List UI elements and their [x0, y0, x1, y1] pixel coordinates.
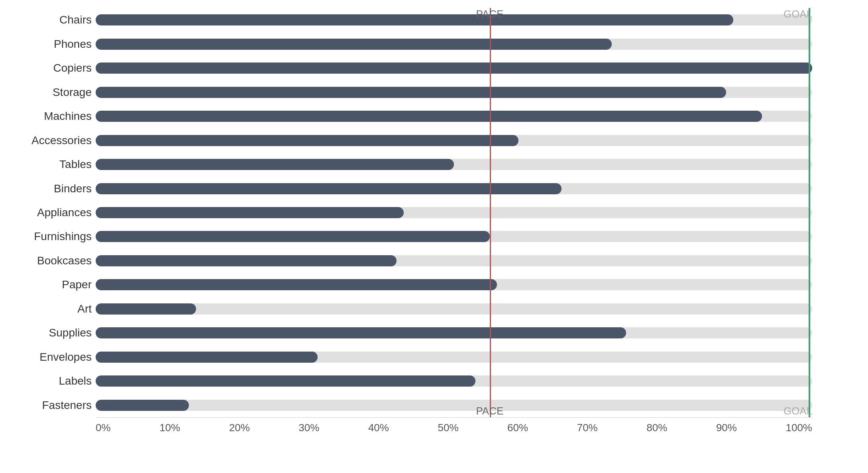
category-label: Machines — [8, 110, 92, 123]
x-tick-5: 50% — [438, 422, 459, 434]
bar-track — [96, 303, 812, 315]
bar-row: Appliances — [96, 201, 812, 225]
category-label: Bookcases — [8, 254, 92, 267]
bar-fill — [96, 183, 562, 194]
x-tick-7: 70% — [577, 422, 598, 434]
bar-row: Art — [96, 297, 812, 321]
bar-fill — [96, 231, 490, 242]
bar-row: Machines — [96, 104, 812, 128]
bar-fill — [96, 111, 762, 122]
x-tick-3: 30% — [298, 422, 319, 434]
bar-fill — [96, 352, 318, 363]
bar-fill — [96, 14, 733, 25]
category-label: Storage — [8, 86, 92, 99]
category-label: Paper — [8, 278, 92, 291]
pace-label-top: PACE — [476, 8, 503, 20]
category-label: Accessories — [8, 134, 92, 147]
bar-fill — [96, 255, 397, 266]
bar-fill — [96, 279, 497, 290]
x-tick-0: 0% — [96, 422, 111, 434]
category-label: Fasteners — [8, 399, 92, 412]
chart-area: ChairsPACEGOALPhonesCopiersStorageMachin… — [8, 8, 844, 441]
bar-track — [96, 255, 812, 266]
category-label: Tables — [8, 158, 92, 171]
bar-row: Tables — [96, 152, 812, 176]
bar-fill — [96, 400, 189, 411]
bar-track — [96, 327, 812, 338]
bar-fill — [96, 87, 726, 98]
bar-track — [96, 231, 812, 242]
bar-row: Envelopes — [96, 345, 812, 369]
category-label: Chairs — [8, 14, 92, 26]
category-label: Art — [8, 303, 92, 315]
bar-row: Accessories — [96, 128, 812, 152]
category-label: Copiers — [8, 62, 92, 74]
x-tick-10: 100% — [786, 422, 812, 434]
goal-label-top: GOAL — [784, 8, 812, 20]
bar-row: Bookcases — [96, 249, 812, 273]
bar-track — [96, 375, 812, 387]
bar-fill — [96, 327, 626, 338]
category-label: Labels — [8, 375, 92, 387]
bar-row: Phones — [96, 32, 812, 56]
x-tick-1: 10% — [159, 422, 180, 434]
x-tick-8: 80% — [646, 422, 667, 434]
x-tick-9: 90% — [716, 422, 737, 434]
x-tick-4: 40% — [368, 422, 389, 434]
bar-track — [96, 39, 812, 50]
bar-track — [96, 14, 812, 25]
bar-fill — [96, 159, 454, 170]
bar-row: Binders — [96, 176, 812, 200]
x-axis: 0%10%20%30%40%50%60%70%80%90%100% — [96, 417, 812, 441]
bar-row: Paper — [96, 273, 812, 297]
bar-track — [96, 352, 812, 363]
bar-row: ChairsPACEGOAL — [96, 8, 812, 32]
rows-container: ChairsPACEGOALPhonesCopiersStorageMachin… — [96, 8, 812, 417]
bar-track — [96, 207, 812, 218]
bar-track — [96, 400, 812, 411]
bar-row: Furnishings — [96, 225, 812, 248]
bar-track — [96, 183, 812, 194]
pace-label-bottom: PACE — [476, 405, 503, 417]
bar-fill — [96, 375, 475, 387]
category-label: Appliances — [8, 206, 92, 219]
category-label: Furnishings — [8, 230, 92, 243]
chart-container: ChairsPACEGOALPhonesCopiersStorageMachin… — [0, 0, 868, 473]
bar-fill — [96, 303, 196, 315]
bar-track — [96, 63, 812, 74]
bar-fill — [96, 63, 812, 74]
bar-row: Storage — [96, 80, 812, 104]
bar-row: Supplies — [96, 321, 812, 345]
goal-label-bottom: GOAL — [784, 405, 812, 417]
bar-track — [96, 279, 812, 290]
bar-fill — [96, 39, 612, 50]
bar-track — [96, 135, 812, 146]
x-tick-2: 20% — [229, 422, 250, 434]
category-label: Binders — [8, 182, 92, 195]
category-label: Phones — [8, 38, 92, 51]
bar-row: Copiers — [96, 56, 812, 80]
bar-fill — [96, 135, 518, 146]
bar-row: Labels — [96, 369, 812, 393]
bar-track — [96, 159, 812, 170]
category-label: Supplies — [8, 326, 92, 339]
bar-fill — [96, 207, 404, 218]
x-tick-6: 60% — [507, 422, 528, 434]
bar-row: FastenersPACEGOAL — [96, 393, 812, 417]
bar-track — [96, 87, 812, 98]
bar-track — [96, 111, 812, 122]
category-label: Envelopes — [8, 351, 92, 364]
